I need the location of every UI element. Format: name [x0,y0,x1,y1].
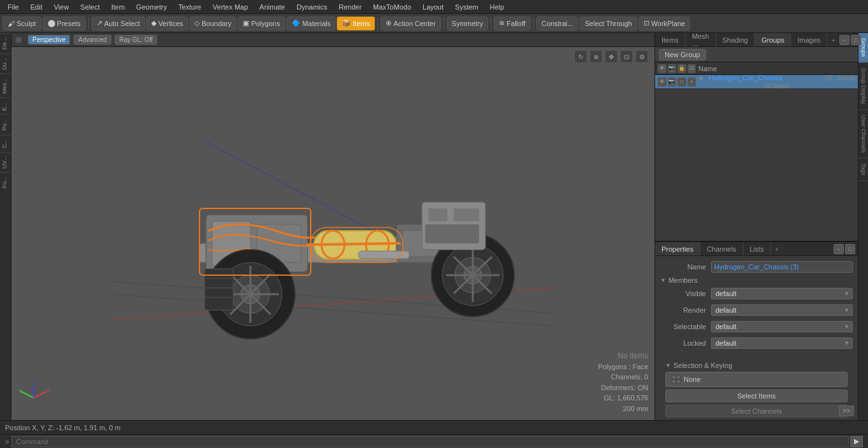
tab-groups[interactable]: Groups [755,33,791,46]
properties-content: Name ▼ Members Visible default ▼ [655,256,858,356]
menu-geometry[interactable]: Geometry [131,2,172,12]
menu-item[interactable]: Item [106,2,130,12]
menu-help[interactable]: Help [485,2,510,12]
boundary-button[interactable]: ◇ Boundary [189,17,236,31]
select-channels-button[interactable]: Select Channels [665,405,848,417]
menu-edit[interactable]: Edit [25,2,48,12]
vr-tab-tags[interactable]: Tags [858,158,868,181]
menu-animate[interactable]: Animate [254,2,290,12]
deformers-status: Deformers: ON [598,383,648,393]
group-tag-label: (3) : Group [825,74,855,81]
none-button[interactable]: None [665,372,848,387]
materials-button[interactable]: 🔷 Materials [287,17,336,31]
tab-mesh[interactable]: Mesh ... [686,33,716,46]
left-tab-po[interactable]: Po... [0,114,11,135]
menu-texture[interactable]: Texture [173,2,207,12]
sel-keying-header: ▼ Selection & Keying [660,362,853,369]
materials-icon: 🔷 [292,19,301,27]
scene-area[interactable]: ↻ ⊕ ✥ ⊡ ⚙ No Items Polygons : Face Chann… [11,47,654,420]
props-tab-lists[interactable]: Lists [743,242,771,255]
selectable-prop-label: Selectable [660,323,711,330]
right-panel: Items Mesh ... Shading Groups Images + −… [654,33,858,420]
locked-prop-select[interactable]: default ▼ [711,337,853,349]
props-maximize-button[interactable]: □ [845,244,855,254]
vertices-icon: ◆ [151,19,156,27]
items-button[interactable]: 📦 Items [337,17,375,31]
menu-layout[interactable]: Layout [417,2,449,12]
menu-bar: File Edit View Select Item Geometry Text… [0,0,868,14]
visible-prop-select[interactable]: default ▼ [711,288,853,299]
pan-icon[interactable]: ✥ [605,50,618,63]
ray-gl-badge[interactable]: Ray GL: Off [115,35,158,44]
group-eye-icon[interactable]: 👁 [658,78,667,86]
left-tab-c[interactable]: C... [0,135,11,152]
settings-icon[interactable]: ⚙ [635,50,648,63]
auto-select-button[interactable]: ↗ Auto Select [92,17,145,31]
menu-view[interactable]: View [49,2,74,12]
symmetry-button[interactable]: Symmetry [447,17,489,31]
left-tab-e[interactable]: E... [0,98,11,115]
props-tab-channels[interactable]: Channels [700,242,743,255]
expand-button[interactable]: >> [839,405,854,416]
tab-items[interactable]: Items [655,33,686,46]
menu-vertex-map[interactable]: Vertex Map [208,2,254,12]
action-center-button[interactable]: ⊕ Action Center [381,17,441,31]
maximize-panel-button[interactable]: □ [851,35,861,45]
selectable-prop-select[interactable]: default ▼ [711,321,853,332]
rotate-icon[interactable]: ↻ [574,50,587,63]
select-items-button[interactable]: Select Items [665,390,848,402]
left-tab-du[interactable]: Du... [0,53,11,74]
group-name-label: Hydrogen_Car_Chassis [707,74,822,81]
group-render-icon[interactable]: 📷 [668,78,677,86]
group-lock-icon[interactable]: □ [677,78,686,86]
command-execute-button[interactable]: ▶ [850,436,863,447]
render-prop-select[interactable]: default ▼ [711,304,853,316]
add-props-tab-button[interactable]: + [771,244,782,254]
svg-rect-49 [677,376,680,379]
menu-file[interactable]: File [3,2,24,12]
minimize-panel-button[interactable]: − [839,35,850,45]
car-viewport-svg [111,91,555,377]
command-input[interactable] [11,436,849,447]
polygons-button[interactable]: ▣ Polygons [238,17,285,31]
add-tab-button[interactable]: + [827,35,839,45]
boundary-icon: ◇ [194,19,200,27]
advanced-badge[interactable]: Advanced [74,35,111,44]
menu-maxtomodo[interactable]: MaxToModo [368,2,416,12]
perspective-badge[interactable]: Perspective [28,35,70,44]
group-sel-icon[interactable]: + [688,78,696,86]
vr-tab-user-channels[interactable]: User Channels [858,110,868,159]
constraints-button[interactable]: Constrai... [536,17,578,31]
svg-line-41 [308,243,400,245]
left-tab-fu[interactable]: Fu... [0,172,11,192]
vr-tab-group-display[interactable]: Group Display [858,63,868,110]
menu-dynamics[interactable]: Dynamics [292,2,332,12]
workplane-button[interactable]: ⊡ WorkPlane [639,17,691,31]
select-through-button[interactable]: Select Through [580,17,637,31]
sculpt-button[interactable]: 🖌 Sculpt [3,17,41,31]
left-tab-de[interactable]: De... [0,33,11,53]
tab-images[interactable]: Images [791,33,827,46]
tab-shading[interactable]: Shading [716,33,755,46]
menu-system[interactable]: System [450,2,484,12]
props-tab-properties[interactable]: Properties [655,242,700,255]
svg-rect-38 [428,208,447,221]
svg-rect-40 [425,224,479,243]
falloff-button[interactable]: ≋ Falloff [494,17,531,31]
left-tab-mes[interactable]: Mes... [0,74,11,98]
vertices-button[interactable]: ◆ Vertices [146,17,188,31]
group-item-hydrogen[interactable]: 👁 📷 □ + ► Hydrogen_Car_Chassis (3) : Gro… [655,75,858,89]
presets-button[interactable]: ⬤ Presets [43,17,86,31]
svg-rect-50 [672,380,675,383]
zoom-icon[interactable]: ⊕ [590,50,602,63]
menu-render[interactable]: Render [334,2,367,12]
group-icons: 👁 📷 □ + [658,78,696,86]
toolbar-separator-2 [377,17,378,30]
props-minimize-button[interactable]: − [834,244,844,254]
new-group-button[interactable]: New Group [659,49,706,60]
viewport[interactable]: Perspective Advanced Ray GL: Off [11,33,654,420]
left-tab-uv[interactable]: UV... [0,152,11,172]
fit-icon[interactable]: ⊡ [620,50,633,63]
name-prop-input[interactable] [711,261,853,273]
menu-select[interactable]: Select [75,2,105,12]
